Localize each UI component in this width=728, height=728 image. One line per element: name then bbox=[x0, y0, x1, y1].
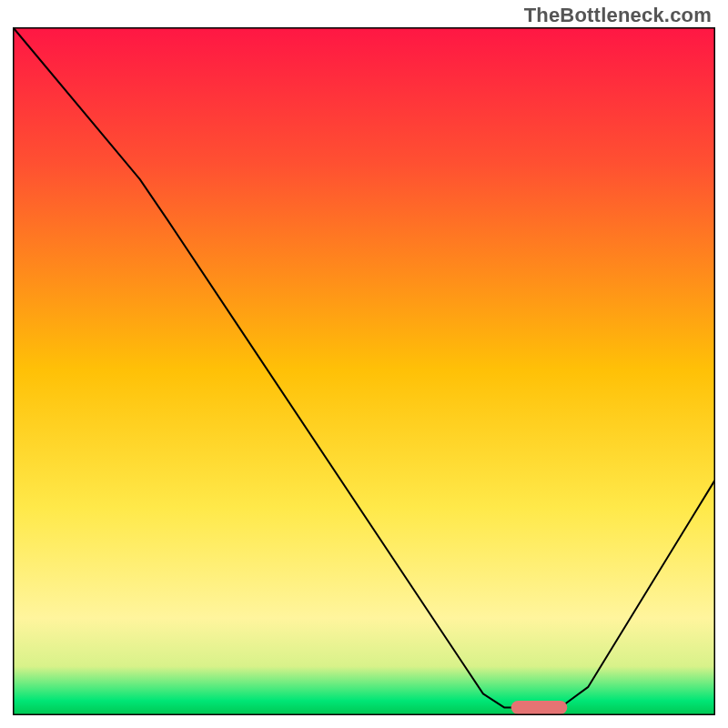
watermark-text: TheBottleneck.com bbox=[524, 4, 712, 27]
plot-area bbox=[13, 27, 715, 715]
optimal-range bbox=[511, 701, 568, 714]
chart-svg bbox=[13, 27, 715, 715]
gradient-background bbox=[14, 28, 714, 714]
chart-container: TheBottleneck.com bbox=[0, 0, 728, 728]
